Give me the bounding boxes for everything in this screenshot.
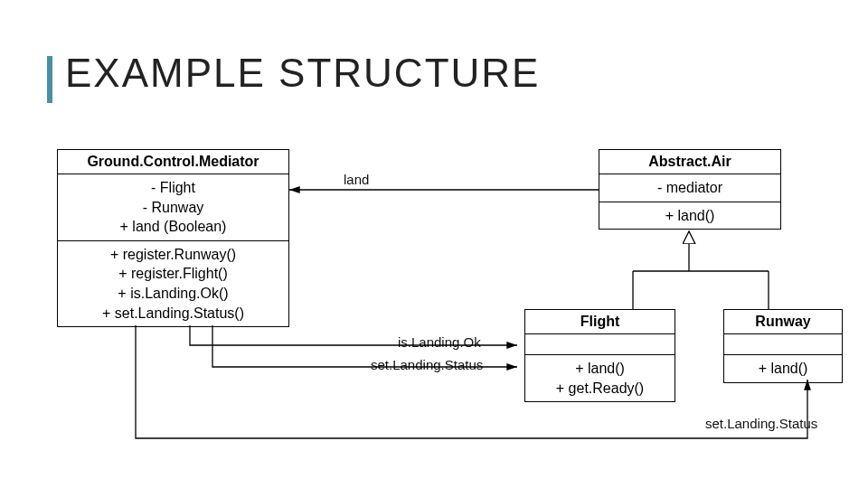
class-attributes bbox=[724, 334, 842, 355]
class-operations: + land() bbox=[724, 355, 842, 382]
class-title: Ground.Control.Mediator bbox=[58, 150, 288, 174]
assoc-label-set-landing-status-left: set.Landing.Status bbox=[371, 357, 483, 372]
class-operations: + register.Runway() + register.Flight() … bbox=[58, 241, 288, 326]
class-title: Runway bbox=[724, 310, 842, 334]
page-title: EXAMPLE STRUCTURE bbox=[65, 51, 540, 96]
assoc-label-land: land bbox=[344, 172, 369, 187]
assoc-label-is-landing-ok: is.Landing.Ok bbox=[398, 334, 481, 350]
class-abstract-air: Abstract.Air - mediator + land() bbox=[599, 149, 781, 230]
class-title: Abstract.Air bbox=[599, 150, 780, 174]
assoc-label-set-landing-status-right: set.Landing.Status bbox=[705, 416, 817, 431]
class-attributes bbox=[525, 334, 675, 355]
class-flight: Flight + land() + get.Ready() bbox=[524, 309, 675, 402]
class-title: Flight bbox=[525, 310, 675, 334]
class-attributes: - Flight - Runway + land (Boolean) bbox=[58, 174, 288, 241]
class-operations: + land() + get.Ready() bbox=[525, 355, 675, 401]
class-operations: + land() bbox=[599, 202, 780, 230]
class-ground-control-mediator: Ground.Control.Mediator - Flight - Runwa… bbox=[57, 149, 289, 327]
class-attributes: - mediator bbox=[599, 174, 780, 202]
title-accent bbox=[47, 56, 52, 103]
class-runway: Runway + land() bbox=[723, 309, 843, 383]
